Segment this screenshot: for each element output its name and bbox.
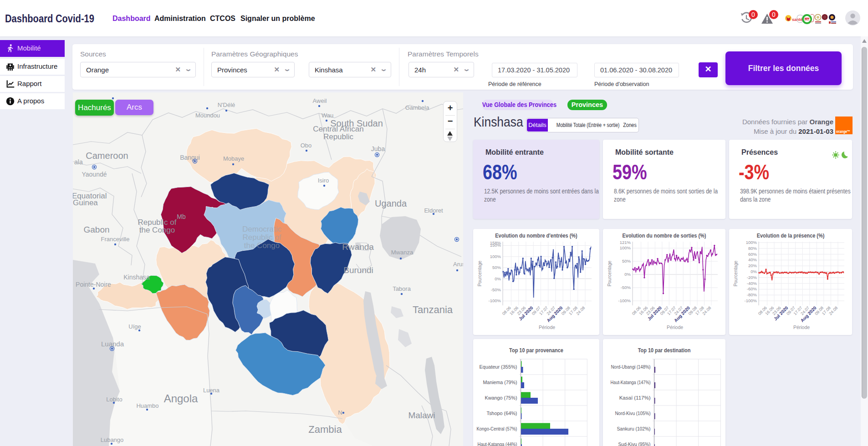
svg-text:Guinea: Guinea bbox=[73, 198, 98, 207]
svg-text:Mobaye: Mobaye bbox=[223, 155, 244, 162]
svg-text:50%: 50% bbox=[492, 265, 501, 270]
svg-text:the Congo: the Congo bbox=[244, 241, 280, 250]
svg-text:100%: 100% bbox=[620, 245, 631, 250]
svg-text:Angola: Angola bbox=[164, 392, 198, 405]
svg-text:N: N bbox=[338, 409, 342, 416]
svg-text:Période: Période bbox=[793, 324, 810, 330]
svg-text:100%: 100% bbox=[490, 254, 501, 259]
svg-text:Sud-Kivu (95%): Sud-Kivu (95%) bbox=[618, 441, 651, 446]
svg-text:the Congo: the Congo bbox=[139, 226, 175, 234]
svg-text:-100%: -100% bbox=[618, 298, 631, 303]
svg-text:Arush: Arush bbox=[453, 261, 463, 268]
svg-text:Nord-Kivu (105%): Nord-Kivu (105%) bbox=[615, 411, 651, 416]
svg-text:Moundou: Moundou bbox=[195, 112, 220, 119]
svg-text:-80%: -80% bbox=[747, 292, 757, 297]
svg-text:100%: 100% bbox=[746, 240, 757, 245]
svg-text:Equateur (355%): Equateur (355%) bbox=[480, 364, 517, 370]
svg-text:ala: ala bbox=[74, 158, 83, 166]
svg-text:Obo: Obo bbox=[301, 142, 312, 149]
svg-text:Franceville: Franceville bbox=[101, 236, 130, 243]
svg-text:Mb: Mb bbox=[177, 213, 186, 220]
svg-text:80%: 80% bbox=[748, 246, 757, 251]
svg-text:Période: Période bbox=[667, 324, 683, 330]
svg-text:Luena: Luena bbox=[203, 387, 220, 394]
svg-text:Rwanda: Rwanda bbox=[342, 242, 374, 252]
svg-text:Pourcentage: Pourcentage bbox=[607, 260, 612, 286]
svg-text:Cameroon: Cameroon bbox=[86, 151, 128, 161]
svg-text:Democratic: Democratic bbox=[242, 225, 281, 233]
svg-text:158%: 158% bbox=[490, 240, 501, 245]
svg-text:Tabora: Tabora bbox=[393, 285, 411, 292]
svg-text:Gambela: Gambela bbox=[405, 104, 430, 111]
svg-text:Tanzania: Tanzania bbox=[413, 304, 453, 315]
svg-text:Juba: Juba bbox=[371, 145, 385, 152]
svg-text:-40%: -40% bbox=[747, 281, 757, 286]
svg-text:Pourcentage: Pourcentage bbox=[733, 260, 738, 286]
svg-text:-50%: -50% bbox=[491, 287, 501, 292]
svg-text:Gabon: Gabon bbox=[83, 225, 109, 234]
svg-text:Pointe-Noire: Pointe-Noire bbox=[76, 281, 111, 288]
svg-text:0%: 0% bbox=[495, 276, 501, 281]
svg-text:Eldoret: Eldoret bbox=[424, 207, 443, 214]
svg-text:121%: 121% bbox=[620, 240, 631, 245]
svg-text:Sankuru (102%): Sankuru (102%) bbox=[617, 426, 651, 431]
svg-text:0%: 0% bbox=[624, 272, 631, 277]
svg-text:Haut-Katanga (147%): Haut-Katanga (147%) bbox=[611, 380, 651, 385]
svg-text:60%: 60% bbox=[748, 252, 757, 257]
svg-text:Nord-Ubangi (148%): Nord-Ubangi (148%) bbox=[611, 364, 651, 370]
svg-text:-20%: -20% bbox=[747, 275, 757, 280]
svg-text:50%: 50% bbox=[622, 258, 631, 264]
svg-text:0%: 0% bbox=[751, 269, 757, 274]
svg-text:Haut-Katanga (44%): Haut-Katanga (44%) bbox=[478, 441, 517, 446]
svg-text:-60%: -60% bbox=[747, 286, 757, 291]
svg-text:Kongo-Central (57%): Kongo-Central (57%) bbox=[477, 426, 517, 431]
svg-text:Aweil: Aweil bbox=[313, 97, 327, 104]
svg-text:Republic: Republic bbox=[323, 132, 354, 141]
svg-text:Huambo: Huambo bbox=[136, 402, 158, 409]
svg-text:Tshopo (64%): Tshopo (64%) bbox=[487, 411, 517, 416]
svg-text:Pourcentage: Pourcentage bbox=[477, 260, 482, 286]
svg-text:Kwango (75%): Kwango (75%) bbox=[485, 395, 517, 400]
svg-text:Lubango: Lubango bbox=[101, 436, 124, 443]
svg-text:-50%: -50% bbox=[621, 285, 631, 290]
svg-text:Isiro: Isiro bbox=[318, 177, 329, 184]
svg-text:20%: 20% bbox=[748, 263, 757, 268]
svg-text:CRM: CRM bbox=[805, 18, 810, 21]
svg-text:Uganda: Uganda bbox=[375, 198, 407, 208]
svg-text:40%: 40% bbox=[748, 257, 757, 262]
svg-text:Maniema (79%): Maniema (79%) bbox=[483, 380, 517, 385]
svg-text:Lobito: Lobito bbox=[106, 396, 122, 403]
svg-text:South Sudan: South Sudan bbox=[330, 118, 383, 128]
svg-text:Malawi: Malawi bbox=[408, 411, 435, 420]
svg-text:24.08: 24.08 bbox=[575, 305, 586, 316]
svg-text:Mwanza: Mwanza bbox=[391, 249, 414, 256]
svg-text:Republic of: Republic of bbox=[242, 233, 281, 242]
svg-text:-100%: -100% bbox=[745, 298, 757, 303]
svg-text:Wau: Wau bbox=[322, 112, 333, 119]
svg-text:Kinshasa: Kinshasa bbox=[123, 274, 150, 281]
svg-text:Yaoundé: Yaoundé bbox=[82, 171, 107, 178]
svg-text:N'Délé: N'Délé bbox=[218, 101, 235, 108]
svg-text:Uíge: Uíge bbox=[128, 323, 141, 330]
svg-text:Burundi: Burundi bbox=[343, 265, 373, 275]
svg-text:-100%: -100% bbox=[489, 298, 501, 303]
svg-text:Kasaï (117%): Kasaï (117%) bbox=[619, 395, 651, 400]
svg-text:Zambia: Zambia bbox=[308, 424, 342, 435]
svg-text:Période: Période bbox=[539, 324, 555, 330]
